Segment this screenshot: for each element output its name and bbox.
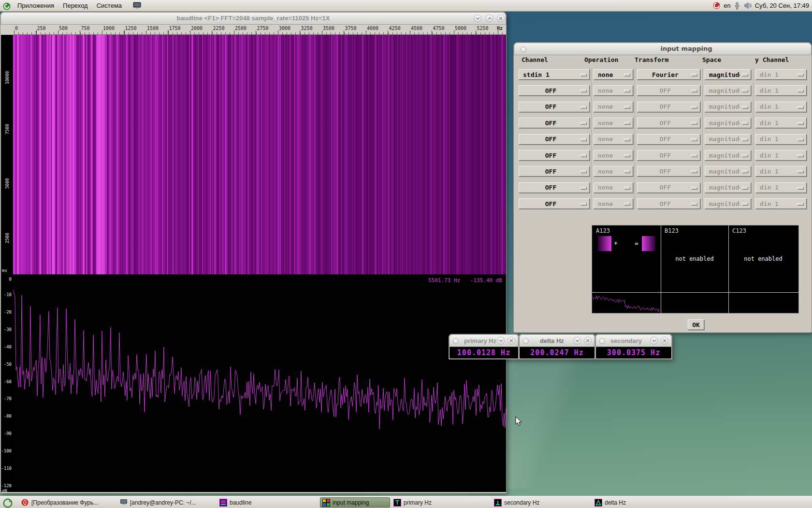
space-dropdown-row5[interactable]: magnitude — [705, 134, 751, 145]
spectrum-analyzer-display[interactable]: 5501.73 Hz -135.40 dB — [13, 274, 506, 492]
dropdown-indicator-icon — [624, 106, 630, 109]
operation-dropdown-row6[interactable]: none — [594, 150, 633, 161]
display-icon[interactable] — [133, 2, 141, 10]
y-channel-dropdown-row5[interactable]: din 1 — [755, 134, 807, 145]
frequency-ruler[interactable]: 0250500750100012501500175020002250250027… — [13, 25, 506, 35]
operation-dropdown-row7[interactable]: none — [594, 166, 633, 177]
secondary-hz-titlebar[interactable]: secondary Hz — [595, 334, 672, 347]
close-icon[interactable] — [661, 337, 668, 344]
spectrogram-display[interactable] — [13, 35, 506, 274]
shade-button[interactable] — [650, 337, 658, 344]
operation-dropdown-row3[interactable]: none — [594, 102, 633, 112]
channel-dropdown-row8[interactable]: OFF — [519, 182, 590, 193]
operation-dropdown-row4[interactable]: none — [594, 118, 633, 128]
y-channel-dropdown-row4[interactable]: din 1 — [755, 118, 807, 128]
db-axis-label: -100 — [1, 448, 12, 453]
primary-hz-titlebar[interactable]: primary Hz — [449, 334, 519, 347]
delta-hz-titlebar[interactable]: delta Hz — [519, 334, 595, 347]
channel-dropdown-row5[interactable]: OFF — [519, 134, 590, 145]
channel-dropdown-row3[interactable]: OFF — [519, 102, 590, 112]
transform-dropdown-row9[interactable]: OFF — [637, 198, 700, 209]
main-menu-logo-icon[interactable] — [2, 2, 10, 10]
microphone-icon[interactable] — [734, 2, 741, 10]
menu-item-places[interactable]: Переход — [58, 0, 92, 11]
ok-button[interactable]: OK — [688, 319, 704, 330]
transform-dropdown-row4[interactable]: OFF — [637, 118, 700, 128]
close-icon[interactable] — [497, 15, 505, 22]
transform-dropdown-row8[interactable]: OFF — [637, 182, 700, 193]
transform-dropdown-row3[interactable]: OFF — [637, 102, 700, 112]
y-channel-dropdown-row7[interactable]: din 1 — [755, 166, 807, 177]
menu-item-applications[interactable]: Приложения — [13, 0, 58, 11]
task-button-opera[interactable]: [Преобразование Фурь... — [19, 497, 116, 508]
dropdown-value: OFF — [641, 135, 689, 143]
transform-dropdown-row2[interactable]: OFF — [637, 85, 700, 96]
space-dropdown-row1[interactable]: magnitude — [705, 69, 751, 80]
task-button-primary-hz[interactable]: primary Hz — [392, 497, 491, 508]
column-divider — [753, 68, 754, 210]
channel-dropdown-row1[interactable]: stdin 1 — [519, 69, 590, 80]
close-icon[interactable] — [584, 337, 592, 344]
transform-dropdown-row1[interactable]: Fourier — [637, 69, 700, 80]
y-channel-dropdown-row8[interactable]: din 1 — [755, 182, 807, 193]
space-dropdown-row8[interactable]: magnitude — [705, 182, 751, 193]
operation-dropdown-row8[interactable]: none — [594, 182, 633, 193]
channel-dropdown-row9[interactable]: OFF — [519, 198, 590, 209]
y-channel-dropdown-row2[interactable]: din 1 — [755, 85, 807, 96]
task-button-terminal[interactable]: [andrey@andrey-PC: ~/... — [118, 497, 217, 508]
menu-item-system[interactable]: Система — [92, 0, 126, 11]
space-dropdown-row6[interactable]: magnitude — [705, 150, 751, 161]
y-channel-dropdown-row6[interactable]: din 1 — [755, 150, 807, 161]
task-button-label: input mapping — [333, 499, 369, 506]
baudline-titlebar[interactable]: baudline <F1> FFT=2048 sample_rate=11025… — [0, 12, 506, 25]
close-icon[interactable] — [508, 337, 515, 344]
channel-dropdown-row2[interactable]: OFF — [519, 85, 590, 96]
keyboard-layout-indicator[interactable]: en — [724, 2, 730, 9]
channel-dropdown-row7[interactable]: OFF — [519, 166, 590, 177]
dropdown-indicator-icon — [624, 122, 630, 125]
y-channel-dropdown-row1[interactable]: din 1 — [755, 69, 807, 80]
window-menu-icon[interactable] — [521, 46, 526, 52]
space-dropdown-row3[interactable]: magnitude — [705, 102, 751, 112]
ruler-tick-label: 250 — [37, 26, 46, 31]
space-dropdown-row4[interactable]: magnitude — [705, 118, 751, 128]
transform-dropdown-row7[interactable]: OFF — [637, 166, 700, 177]
shade-button[interactable] — [497, 337, 505, 344]
shade-button[interactable] — [474, 15, 481, 22]
y-channel-dropdown-row9[interactable]: din 1 — [755, 198, 807, 209]
channel-dropdown-row6[interactable]: OFF — [519, 150, 590, 161]
dropdown-value: OFF — [523, 200, 579, 208]
panel-b-status: not enabled — [661, 255, 728, 262]
dropdown-value: OFF — [523, 87, 579, 94]
transform-dropdown-row5[interactable]: OFF — [637, 134, 700, 145]
clock[interactable]: Суб, 20 Сен, 17:49 — [755, 2, 809, 9]
y-channel-dropdown-row3[interactable]: din 1 — [755, 102, 807, 112]
maximize-button[interactable] — [486, 15, 493, 22]
space-dropdown-row2[interactable]: magnitude — [705, 85, 751, 96]
ruler-tick-label: 2250 — [213, 26, 225, 31]
space-dropdown-row7[interactable]: magnitude — [705, 166, 751, 177]
operation-dropdown-row9[interactable]: none — [594, 198, 633, 209]
task-button-baudline[interactable]: baudline — [218, 497, 318, 508]
preview-waveform — [593, 293, 660, 314]
space-dropdown-row9[interactable]: magnitude — [705, 198, 751, 209]
task-button-input-mapping[interactable]: input mapping — [320, 497, 390, 508]
window-menu-icon[interactable] — [599, 338, 605, 344]
column-header-transform: Transform — [635, 56, 668, 63]
window-menu-icon[interactable] — [523, 338, 529, 344]
volume-icon[interactable] — [744, 2, 752, 10]
column-header-y-channel: y Channel — [755, 56, 789, 63]
show-desktop-icon[interactable] — [3, 498, 11, 506]
notification-icon[interactable] — [713, 2, 721, 10]
operation-dropdown-row2[interactable]: none — [594, 85, 633, 96]
transform-dropdown-row6[interactable]: OFF — [637, 150, 700, 161]
operation-dropdown-row5[interactable]: none — [594, 134, 633, 145]
task-button-secondary-hz[interactable]: secondary Hz — [492, 497, 592, 508]
channel-dropdown-row4[interactable]: OFF — [519, 118, 590, 128]
task-button-delta-hz[interactable]: delta Hz — [593, 497, 692, 508]
dialog-titlebar[interactable]: input mapping — [514, 43, 812, 55]
operation-dropdown-row1[interactable]: none — [594, 69, 633, 80]
preview-divider — [728, 225, 729, 313]
window-menu-icon[interactable] — [453, 338, 459, 344]
shade-button[interactable] — [573, 337, 581, 344]
